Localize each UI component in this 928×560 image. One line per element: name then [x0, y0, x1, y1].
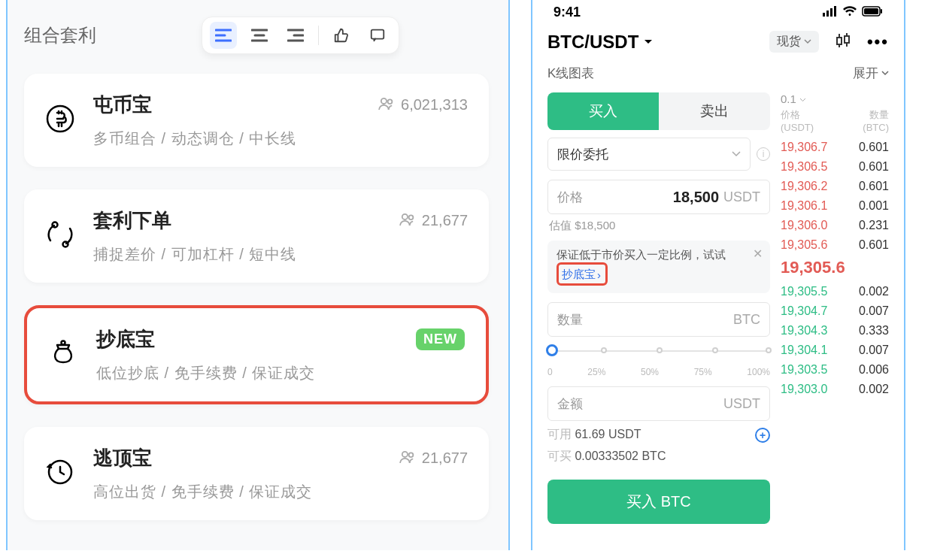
svg-rect-29: [837, 38, 842, 44]
info-icon[interactable]: i: [757, 147, 770, 161]
clock-arrow-icon: [45, 457, 78, 490]
expand-label: 展开: [853, 65, 878, 82]
thumbs-up-button[interactable]: [328, 22, 355, 49]
svg-point-12: [388, 99, 393, 104]
wifi-icon: [842, 5, 857, 20]
ask-qty: 0.601: [859, 160, 889, 174]
tip-link[interactable]: 抄底宝 ›: [562, 268, 601, 282]
users-count: 6,021,313: [401, 96, 468, 114]
quantity-slider[interactable]: [547, 343, 770, 364]
slider-labels: 0 25% 50% 75% 100%: [547, 367, 770, 377]
ask-row[interactable]: 19,306.70.601: [781, 138, 889, 157]
battery-icon: [862, 5, 883, 20]
users-icon: [399, 450, 416, 467]
ask-qty: 0.601: [859, 238, 889, 252]
status-bar: 9:41: [540, 0, 896, 26]
new-badge: NEW: [416, 328, 465, 350]
order-form: 买入 卖出 限价委托 i 价格 18,500 USDT 估值 $18,500: [547, 92, 770, 524]
tip-banner: ✕ 保证低于市价买入一定比例，试试 抄底宝 ›: [547, 241, 770, 293]
svg-rect-23: [830, 8, 832, 17]
align-right-button[interactable]: [282, 22, 309, 49]
svg-rect-9: [372, 30, 384, 39]
svg-point-19: [402, 451, 408, 456]
qty-unit: BTC: [733, 312, 760, 328]
order-type-select[interactable]: 限价委托: [547, 138, 751, 171]
more-button[interactable]: •••: [867, 32, 889, 52]
spot-label: 现货: [777, 34, 801, 50]
ask-qty: 0.001: [859, 199, 889, 213]
product-card[interactable]: 逃顶宝 21,677 高位出货 / 免手续费 / 保证成交: [24, 427, 489, 520]
ask-row[interactable]: 19,306.50.601: [781, 157, 889, 177]
swap-icon: [45, 219, 78, 253]
candlestick-icon[interactable]: [834, 32, 852, 53]
ask-row[interactable]: 19,306.00.231: [781, 216, 889, 235]
status-time: 9:41: [553, 5, 581, 20]
card-title: 抄底宝: [96, 326, 155, 353]
amount-unit: USDT: [723, 396, 760, 412]
amount-label: 金额: [557, 395, 583, 413]
available-value: 61.69 USDT: [575, 428, 641, 440]
bid-row[interactable]: 19,303.50.006: [781, 360, 889, 380]
users-count: 21,677: [422, 212, 468, 229]
orderbook: 0.1 价格 (USDT) 数量 (BTC) 19,306.70.60119,3…: [781, 92, 889, 524]
tab-sell[interactable]: 卖出: [659, 92, 770, 130]
ask-qty: 0.231: [859, 219, 889, 232]
ask-price: 19,306.0: [781, 219, 827, 232]
bag-icon: [48, 338, 81, 371]
ob-qty-header: 数量: [863, 108, 889, 122]
bitcoin-icon: [45, 104, 78, 137]
bid-price: 19,304.3: [781, 324, 827, 338]
card-title: 逃顶宝: [93, 445, 152, 471]
bid-row[interactable]: 19,303.00.002: [781, 380, 889, 399]
pair-label: BTC/USDT: [547, 32, 638, 53]
chevron-right-icon: ›: [597, 268, 601, 281]
card-title: 套利下单: [93, 207, 171, 234]
ask-price: 19,306.2: [781, 180, 827, 193]
market-type-selector[interactable]: 现货: [769, 31, 819, 53]
align-center-button[interactable]: [246, 22, 273, 49]
ask-row[interactable]: 19,306.10.001: [781, 196, 889, 216]
ask-row[interactable]: 19,305.60.601: [781, 235, 889, 255]
comment-button[interactable]: [364, 22, 391, 49]
panel-title: 组合套利: [24, 23, 96, 47]
ask-qty: 0.601: [859, 180, 889, 193]
ask-row[interactable]: 19,306.20.601: [781, 177, 889, 196]
bid-qty: 0.006: [859, 363, 889, 377]
last-price: 19,305.6: [781, 255, 889, 282]
expand-button[interactable]: 展开: [853, 65, 889, 82]
product-card[interactable]: 抄底宝 NEW 低位抄底 / 免手续费 / 保证成交: [24, 305, 489, 404]
tab-buy[interactable]: 买入: [547, 92, 659, 130]
amount-input[interactable]: 金额 USDT: [547, 386, 770, 421]
price-input[interactable]: 价格 18,500 USDT: [547, 180, 770, 214]
bid-price: 19,303.5: [781, 363, 827, 377]
trading-pair[interactable]: BTC/USDT: [547, 32, 654, 53]
price-unit: USDT: [723, 189, 760, 205]
bid-row[interactable]: 19,304.30.333: [781, 321, 889, 341]
price-label: 价格: [557, 189, 583, 206]
card-subtitle: 捕捉差价 / 可加杠杆 / 短中线: [93, 244, 468, 265]
canbuy-label: 可买: [547, 450, 572, 462]
toolbar-separator: [318, 26, 319, 45]
ob-price-header: 价格: [781, 108, 814, 122]
bid-qty: 0.007: [859, 304, 889, 318]
svg-rect-21: [823, 13, 825, 17]
quantity-input[interactable]: 数量 BTC: [547, 302, 770, 337]
estimate-label: 估值 $18,500: [547, 219, 770, 233]
bid-row[interactable]: 19,304.10.007: [781, 341, 889, 360]
chevron-down-icon: [804, 39, 811, 44]
product-card[interactable]: 套利下单 21,677 捕捉差价 / 可加杠杆 / 短中线: [24, 189, 489, 283]
align-left-button[interactable]: [210, 22, 237, 49]
svg-point-13: [53, 222, 58, 228]
bid-qty: 0.002: [859, 285, 889, 298]
left-panel: 组合套利: [6, 0, 510, 550]
bid-price: 19,304.1: [781, 344, 827, 357]
bid-row[interactable]: 19,305.50.002: [781, 282, 889, 301]
signal-icon: [823, 5, 838, 20]
users-count: 21,677: [422, 450, 468, 467]
add-funds-button[interactable]: +: [755, 428, 770, 443]
depth-select[interactable]: 0.1: [781, 92, 806, 105]
close-icon[interactable]: ✕: [753, 247, 763, 261]
buy-button[interactable]: 买入 BTC: [547, 480, 770, 524]
product-card[interactable]: 屯币宝 6,021,313 多币组合 / 动态调仓 / 中长线: [24, 74, 489, 167]
bid-row[interactable]: 19,304.70.007: [781, 301, 889, 321]
